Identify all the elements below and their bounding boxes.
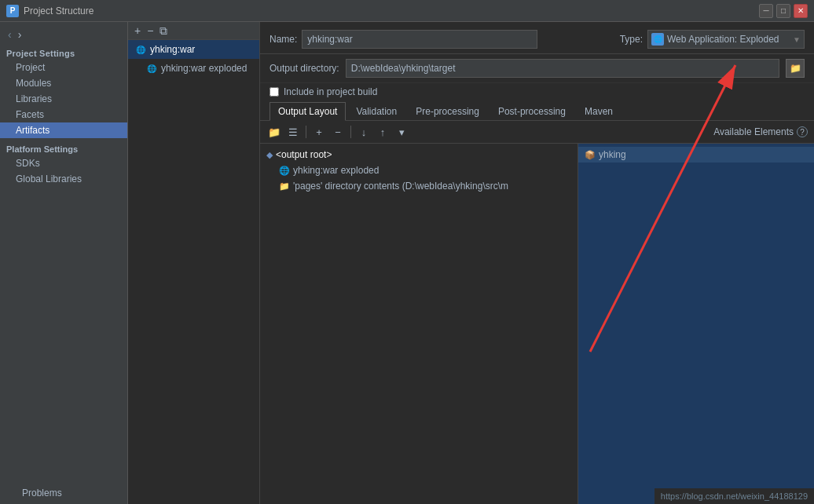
facets-label: Facets	[16, 109, 44, 120]
sidebar-item-project[interactable]: Project	[0, 60, 127, 75]
module-icon: 📦	[585, 150, 596, 160]
artifact-yhking-war-exploded-label: yhking:war exploded	[161, 63, 247, 74]
pages-dir-icon: 📁	[279, 181, 290, 192]
project-label: Project	[16, 62, 45, 73]
output-root-label: <output root>	[276, 149, 332, 160]
artifact-item-yhking-war[interactable]: 🌐 yhking:war	[128, 40, 259, 59]
list-icon-button[interactable]: ☰	[285, 124, 301, 140]
sidebar-item-modules[interactable]: Modules	[0, 75, 127, 91]
tree-item-output-root[interactable]: ◆ <output root>	[260, 147, 578, 163]
platform-settings-header: Platform Settings	[0, 138, 127, 155]
name-field-group: Name:	[270, 30, 537, 49]
sidebar-item-artifacts[interactable]: Artifacts	[0, 122, 127, 138]
avail-yhking-label: yhking	[599, 149, 626, 160]
tab-post-processing[interactable]: Post-processing	[490, 102, 574, 120]
dir-icon-button[interactable]: 📁	[266, 124, 282, 140]
project-settings-header: Project Settings	[0, 44, 127, 60]
tab-output-layout[interactable]: Output Layout	[270, 102, 346, 121]
available-pane: 📦 yhking	[578, 144, 814, 504]
sidebar-item-facets[interactable]: Facets	[0, 107, 127, 122]
browse-dir-button[interactable]: 📁	[786, 59, 805, 78]
sidebar-item-global-libraries[interactable]: Global Libraries	[0, 171, 127, 187]
include-build-checkbox[interactable]	[270, 87, 279, 97]
help-icon[interactable]: ?	[797, 126, 808, 137]
modules-label: Modules	[16, 78, 51, 89]
move-up-button[interactable]: ↑	[375, 124, 390, 140]
artifact-add-button[interactable]: +	[133, 25, 142, 36]
tree-item-yhking-war-exploded[interactable]: 🌐 yhking:war exploded	[260, 163, 578, 178]
sidebar-item-problems[interactable]: Problems	[6, 485, 121, 501]
artifact-item-yhking-war-exploded[interactable]: 🌐 yhking:war exploded	[128, 59, 259, 78]
artifact-panel: + − ⧉ 🌐 yhking:war 🌐 yhking:war exploded	[128, 22, 260, 504]
type-globe-icon: 🌐	[651, 33, 664, 46]
header-fields: Name: Type: 🌐 Web Application: Exploded …	[260, 22, 814, 54]
tab-pre-processing[interactable]: Pre-processing	[407, 102, 488, 120]
close-button[interactable]: ✕	[794, 4, 808, 18]
main-layout: ‹ › Project Settings Project Modules Lib…	[0, 22, 814, 504]
sidebar-item-sdks[interactable]: SDKs	[0, 155, 127, 171]
type-dropdown-arrow: ▼	[793, 35, 801, 44]
artifact-yhking-war-label: yhking:war	[150, 44, 195, 55]
type-select[interactable]: 🌐 Web Application: Exploded ▼	[647, 30, 805, 49]
maximize-button[interactable]: □	[776, 4, 790, 18]
nav-forward-button[interactable]: ›	[16, 28, 24, 41]
war-exploded-label: yhking:war exploded	[293, 165, 379, 176]
type-value: Web Application: Exploded	[667, 34, 790, 45]
title-bar: P Project Structure ─ □ ✕	[0, 0, 814, 22]
artifact-copy-button[interactable]: ⧉	[158, 25, 169, 36]
artifact-remove-button[interactable]: −	[145, 25, 155, 36]
output-root-icon: ◆	[266, 150, 273, 160]
output-dir-label: Output directory:	[270, 63, 339, 74]
war-exploded-icon: 🌐	[279, 166, 290, 176]
add-element-button[interactable]: +	[311, 124, 327, 140]
minimize-button[interactable]: ─	[759, 4, 773, 18]
split-pane: ◆ <output root> 🌐 yhking:war exploded 📁 …	[260, 144, 814, 504]
inner-toolbar: 📁 ☰ + − ↓ ↑ ▾ Available Elements ?	[260, 121, 814, 144]
artifact-toolbar: + − ⧉	[128, 22, 259, 40]
window-controls: ─ □ ✕	[759, 4, 808, 18]
avail-item-yhking[interactable]: 📦 yhking	[578, 147, 814, 163]
available-elements-label: Available Elements ?	[713, 126, 808, 137]
sdks-label: SDKs	[16, 158, 40, 169]
url-bar: https://blog.csdn.net/weixin_44188129	[654, 488, 814, 504]
output-tree: ◆ <output root> 🌐 yhking:war exploded 📁 …	[260, 144, 578, 504]
pages-dir-label: 'pages' directory contents (D:\webIdea\y…	[293, 181, 508, 192]
toolbar-separator-2	[350, 126, 351, 138]
problems-section: Problems	[0, 479, 127, 504]
war-icon: 🌐	[134, 43, 147, 56]
tab-maven[interactable]: Maven	[576, 102, 622, 120]
sidebar: ‹ › Project Settings Project Modules Lib…	[0, 22, 128, 504]
exploded-icon: 🌐	[145, 62, 158, 75]
global-libraries-label: Global Libraries	[16, 173, 82, 184]
problems-label: Problems	[22, 488, 62, 499]
tab-validation[interactable]: Validation	[347, 102, 405, 120]
tabs-bar: Output Layout Validation Pre-processing …	[260, 100, 814, 121]
output-dir-row: Output directory: 📁	[260, 54, 814, 83]
name-label: Name:	[270, 34, 297, 45]
window-title: Project Structure	[24, 5, 754, 16]
move-down-button[interactable]: ↓	[356, 124, 372, 140]
nav-back-button[interactable]: ‹	[6, 28, 13, 41]
app-icon: P	[6, 5, 19, 17]
nav-back-forward: ‹ ›	[0, 25, 127, 44]
remove-element-button[interactable]: −	[330, 124, 346, 140]
name-input[interactable]	[302, 30, 537, 49]
include-build-row: Include in project build	[260, 83, 814, 100]
artifact-list: 🌐 yhking:war 🌐 yhking:war exploded	[128, 40, 259, 504]
sidebar-item-libraries[interactable]: Libraries	[0, 91, 127, 107]
artifacts-label: Artifacts	[16, 125, 50, 136]
output-dir-input[interactable]	[346, 59, 779, 78]
type-label: Type:	[620, 34, 643, 45]
libraries-label: Libraries	[16, 93, 52, 104]
main-content: Name: Type: 🌐 Web Application: Exploded …	[260, 22, 814, 504]
type-field-group: Type: 🌐 Web Application: Exploded ▼	[620, 30, 805, 49]
more-button[interactable]: ▾	[394, 124, 409, 140]
content-area: 📁 ☰ + − ↓ ↑ ▾ Available Elements ?	[260, 121, 814, 504]
tree-item-pages-dir[interactable]: 📁 'pages' directory contents (D:\webIdea…	[260, 178, 578, 194]
toolbar-separator-1	[306, 126, 306, 138]
include-build-label: Include in project build	[284, 86, 377, 97]
